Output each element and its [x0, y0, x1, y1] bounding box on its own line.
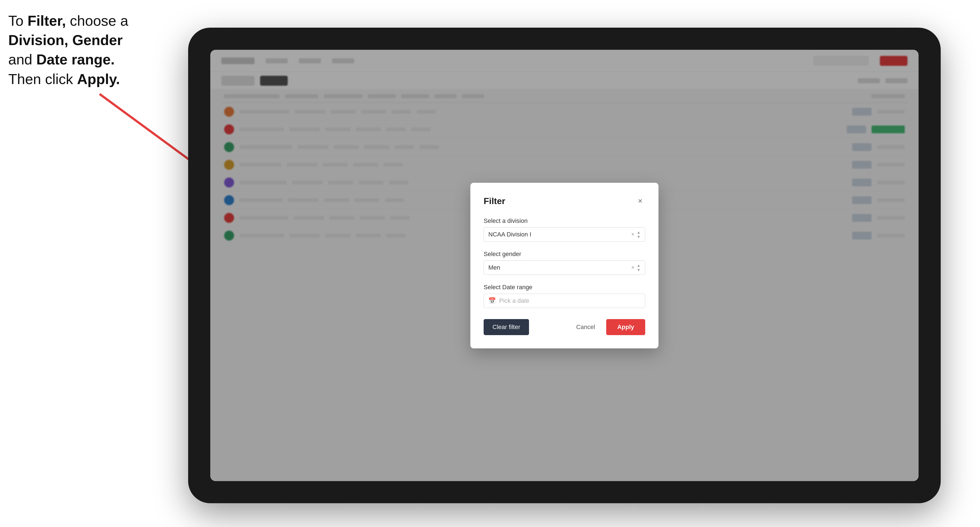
tablet-screen: Filter × Select a division NCAA Division…: [210, 50, 919, 481]
gender-select[interactable]: Men × ▲ ▼: [484, 260, 645, 275]
gender-clear-icon[interactable]: ×: [631, 264, 635, 271]
tablet-frame: Filter × Select a division NCAA Division…: [188, 28, 941, 503]
clear-filter-button[interactable]: Clear filter: [484, 319, 529, 335]
date-input[interactable]: 📅 Pick a date: [484, 294, 645, 308]
instruction-bold-line: Division, Gender: [8, 32, 123, 48]
date-form-group: Select Date range 📅 Pick a date: [484, 284, 645, 308]
instruction-line1: To Filter, choose a: [8, 13, 128, 29]
division-arrows[interactable]: ▲ ▼: [636, 230, 641, 239]
modal-title: Filter: [484, 196, 505, 206]
footer-right: Cancel Apply: [571, 319, 645, 335]
filter-modal: Filter × Select a division NCAA Division…: [470, 183, 659, 348]
chevron-down-icon: ▼: [636, 268, 641, 272]
calendar-icon: 📅: [488, 297, 496, 305]
cancel-button[interactable]: Cancel: [571, 319, 600, 335]
division-form-group: Select a division NCAA Division I × ▲ ▼: [484, 217, 645, 242]
chevron-up-icon: ▲: [636, 264, 641, 267]
division-value: NCAA Division I: [488, 231, 631, 238]
apply-button[interactable]: Apply: [606, 319, 645, 335]
division-select[interactable]: NCAA Division I × ▲ ▼: [484, 227, 645, 242]
modal-header: Filter ×: [484, 196, 645, 206]
date-placeholder: Pick a date: [499, 297, 529, 305]
gender-label: Select gender: [484, 251, 645, 258]
modal-footer: Clear filter Cancel Apply: [484, 319, 645, 335]
instruction-line5: Then click Apply.: [8, 71, 120, 87]
gender-value: Men: [488, 264, 631, 271]
gender-arrows[interactable]: ▲ ▼: [636, 264, 641, 272]
instruction-line4: and Date range.: [8, 51, 115, 67]
division-clear-icon[interactable]: ×: [631, 231, 635, 238]
modal-close-button[interactable]: ×: [635, 196, 645, 206]
gender-form-group: Select gender Men × ▲ ▼: [484, 251, 645, 275]
chevron-down-icon: ▼: [636, 235, 641, 239]
division-label: Select a division: [484, 217, 645, 224]
date-label: Select Date range: [484, 284, 645, 291]
close-icon: ×: [638, 197, 643, 205]
instruction-text: To Filter, choose a Division, Gender and…: [8, 11, 163, 89]
modal-overlay: Filter × Select a division NCAA Division…: [210, 50, 919, 481]
chevron-up-icon: ▲: [636, 230, 641, 234]
